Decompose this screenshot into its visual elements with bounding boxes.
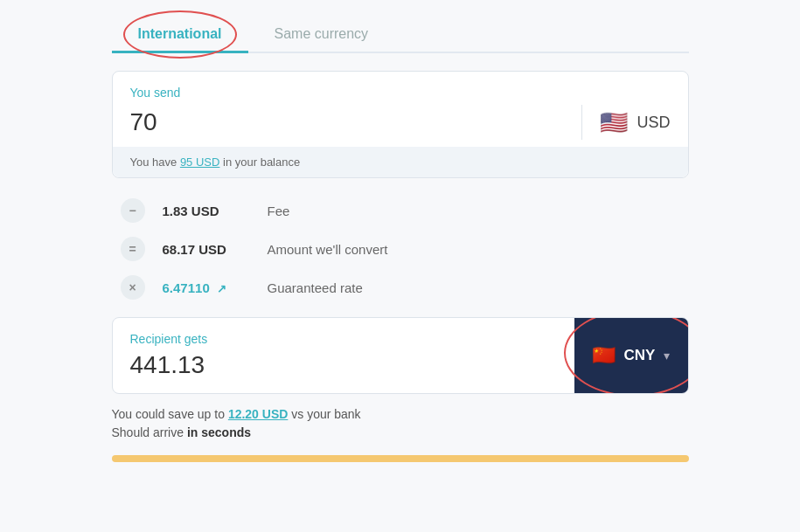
tab-international[interactable]: International (112, 17, 248, 53)
savings-text: You could save up to 12.20 USD vs your b… (112, 407, 689, 421)
fee-row-fee: − 1.83 USD Fee (112, 191, 689, 230)
minus-icon: − (121, 198, 145, 223)
send-row: 70 🇺🇸 USD (130, 105, 671, 140)
equals-icon: = (121, 237, 145, 261)
send-box: You send 70 🇺🇸 USD You have 95 USD in yo… (112, 71, 689, 178)
arrive-bold: in seconds (187, 425, 251, 439)
savings-prefix: You could save up to (112, 407, 225, 421)
tab-same-currency[interactable]: Same currency (248, 17, 395, 53)
recipient-label: Recipient gets (130, 332, 557, 346)
fee-rows: − 1.83 USD Fee = 68.17 USD Amount we'll … (112, 191, 689, 307)
arrive-prefix: Should arrive (112, 425, 184, 439)
recipient-currency-selector[interactable]: 🇨🇳 CNY ▾ (574, 318, 688, 393)
recipient-box: Recipient gets 441.13 🇨🇳 CNY ▾ (112, 317, 689, 394)
savings-suffix: vs your bank (291, 407, 360, 421)
cny-code: CNY (624, 347, 656, 364)
convert-amount: 68.17 USD (163, 242, 268, 257)
convert-label: Amount we'll convert (268, 242, 388, 257)
balance-bar: You have 95 USD in your balance (113, 147, 688, 177)
rate-amount: 6.47110 ↗ (163, 280, 268, 295)
cny-flag: 🇨🇳 (592, 344, 616, 367)
balance-amount[interactable]: 95 USD (180, 155, 220, 169)
bottom-bar (112, 455, 689, 462)
send-label: You send (130, 86, 671, 100)
balance-suffix: in your balance (223, 155, 300, 169)
balance-prefix: You have (130, 155, 177, 169)
fee-label: Fee (268, 204, 290, 218)
divider (581, 105, 582, 140)
rate-label: Guaranteed rate (268, 280, 363, 295)
trend-up-icon: ↗ (217, 282, 226, 295)
recipient-amount: 441.13 (130, 351, 557, 379)
times-icon: × (121, 275, 145, 300)
send-box-top: You send 70 🇺🇸 USD (113, 72, 688, 147)
chevron-down-icon: ▾ (664, 349, 670, 363)
savings-amount[interactable]: 12.20 USD (228, 407, 288, 421)
recipient-left: Recipient gets 441.13 (113, 318, 574, 393)
usd-code: USD (637, 114, 670, 132)
fee-row-rate: × 6.47110 ↗ Guaranteed rate (112, 268, 689, 307)
send-amount[interactable]: 70 (130, 108, 157, 136)
fee-row-convert: = 68.17 USD Amount we'll convert (112, 230, 689, 268)
send-currency-display: 🇺🇸 USD (581, 105, 670, 140)
tabs-bar: International Same currency (112, 17, 689, 53)
fee-amount: 1.83 USD (163, 204, 268, 218)
usd-flag: 🇺🇸 (600, 109, 628, 136)
arrive-text: Should arrive in seconds (112, 425, 689, 439)
main-container: International Same currency You send 70 … (94, 9, 706, 480)
